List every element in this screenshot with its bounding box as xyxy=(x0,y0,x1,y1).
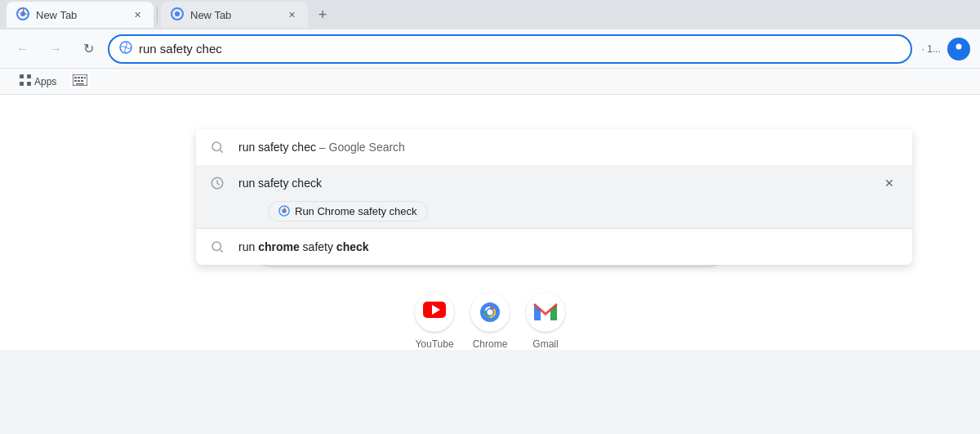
dropdown-item-history: run safety check ✕ Run Chrome safety che… xyxy=(196,165,912,228)
svg-point-5 xyxy=(212,142,221,151)
omnibox-text: run safety chec xyxy=(139,42,901,56)
shortcut-youtube[interactable]: YouTube xyxy=(415,293,454,350)
dropdown-item-search[interactable]: run safety chec – Google Search xyxy=(196,129,912,165)
new-tab-button[interactable]: + xyxy=(311,3,334,26)
dropdown-history-text: run safety check xyxy=(238,177,866,190)
svg-point-13 xyxy=(956,43,962,49)
apps-grid-icon xyxy=(20,74,31,88)
autocomplete-dropdown: run safety chec – Google Search run safe… xyxy=(196,129,912,265)
run-chrome-safety-check-button[interactable]: Run Chrome safety check xyxy=(268,201,428,221)
tab-2[interactable]: New Tab ✕ xyxy=(161,2,308,28)
dropdown-history-close[interactable]: ✕ xyxy=(880,173,899,193)
svg-line-6 xyxy=(220,150,223,152)
shortcuts-row: YouTube Chrome xyxy=(415,293,565,350)
svg-point-3 xyxy=(175,11,180,16)
tab-bar: New Tab ✕ New Tab ✕ + xyxy=(0,0,980,29)
svg-point-10 xyxy=(212,242,221,251)
omnibox-favicon xyxy=(119,41,132,57)
tab-2-favicon xyxy=(171,7,184,23)
nav-bar: ← → ↻ run safety chec xyxy=(0,29,980,69)
svg-line-11 xyxy=(220,249,223,252)
svg-rect-15 xyxy=(20,82,24,86)
youtube-label: YouTube xyxy=(415,338,453,350)
svg-rect-16 xyxy=(27,74,31,78)
keyboard-icon xyxy=(73,74,87,88)
shortcut-gmail[interactable]: Gmail xyxy=(526,293,565,350)
youtube-icon xyxy=(415,293,454,332)
tab-1-title: New Tab xyxy=(36,9,124,21)
search-icon-2 xyxy=(209,239,225,255)
svg-rect-19 xyxy=(74,77,77,78)
profile-button[interactable] xyxy=(947,38,970,60)
dropdown-action-area: Run Chrome safety check xyxy=(196,201,912,228)
dropdown-item-chrome-search[interactable]: run chrome safety check xyxy=(196,229,912,265)
gmail-icon xyxy=(526,293,565,332)
omnibox[interactable]: run safety chec xyxy=(108,34,912,64)
bookmark-apps[interactable]: Apps xyxy=(13,71,63,92)
tab-1[interactable]: New Tab ✕ xyxy=(7,2,154,28)
gmail-label: Gmail xyxy=(532,338,558,350)
svg-rect-14 xyxy=(20,74,24,78)
youtube-play-icon xyxy=(423,302,446,323)
search-icon xyxy=(209,139,225,155)
back-button[interactable]: ← xyxy=(10,36,36,62)
svg-rect-20 xyxy=(78,77,80,78)
svg-point-37 xyxy=(488,310,493,315)
dropdown-chrome-search-text: run chrome safety check xyxy=(238,240,899,253)
nav-right-label: · 1... xyxy=(922,43,941,55)
reload-button[interactable]: ↻ xyxy=(75,36,101,62)
chrome-label: Chrome xyxy=(473,338,508,350)
bookmarks-bar: Apps xyxy=(0,69,980,95)
apps-label: Apps xyxy=(34,76,56,87)
svg-rect-17 xyxy=(27,82,31,86)
chrome-icon xyxy=(470,293,510,332)
dropdown-search-text: run safety chec – Google Search xyxy=(238,141,899,154)
history-icon xyxy=(209,175,225,191)
svg-rect-25 xyxy=(81,80,83,82)
dropdown-history-row[interactable]: run safety check ✕ xyxy=(196,165,912,201)
svg-rect-26 xyxy=(76,83,84,85)
svg-rect-24 xyxy=(78,80,80,82)
forward-button[interactable]: → xyxy=(42,36,69,62)
shortcut-chrome[interactable]: Chrome xyxy=(470,293,510,350)
tab-1-favicon xyxy=(16,7,29,23)
bookmark-keyboard[interactable] xyxy=(66,71,94,92)
tab-1-close[interactable]: ✕ xyxy=(131,8,144,21)
tab-separator xyxy=(157,7,158,23)
svg-rect-23 xyxy=(74,80,77,82)
svg-rect-21 xyxy=(81,77,83,78)
svg-rect-22 xyxy=(84,77,86,78)
omnibox-wrapper: run safety chec run safety chec – Google… xyxy=(108,34,912,64)
tab-2-close[interactable]: ✕ xyxy=(285,8,298,21)
tab-2-title: New Tab xyxy=(190,9,278,21)
